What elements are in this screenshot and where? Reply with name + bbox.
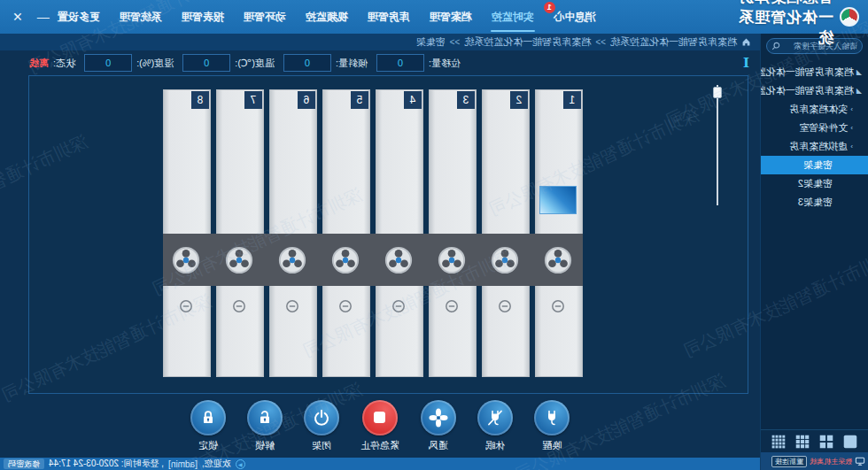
tree-item-sub-system[interactable]: ◢ 档案库房智能一体化监控系统 xyxy=(761,81,868,100)
control-label: 通风 xyxy=(429,439,448,452)
displacement-input[interactable] xyxy=(376,54,424,72)
status-field: 状态: 离线 xyxy=(29,57,75,70)
main-nav: 消息中心 1 实时监控 档案管理 库房管理 视频监控 动环管理 报表管理 系统管… xyxy=(50,1,604,34)
nav-env-management[interactable]: 动环管理 xyxy=(236,1,294,34)
device-tree: ◢ 档案库房智能一体化监控系统 ◢ 档案库房智能一体化监控系统 › 实体档案库房… xyxy=(761,63,868,212)
layout-3x3-icon[interactable] xyxy=(794,433,811,451)
tree-label: 档案库房智能一体化监控系统 xyxy=(761,65,854,79)
layout-single-icon[interactable] xyxy=(841,433,859,451)
bottom-status-bar: ▶ 欢迎您, [admin] , 登录时间: 2020-03-24 17:44 … xyxy=(0,458,760,470)
unlock-button[interactable]: 解锁 xyxy=(247,400,283,452)
breadcrumb-item[interactable]: 档案库房智能一体化监控系统 xyxy=(610,35,737,49)
app-title: 智慧档案库房一体化管理系统 xyxy=(737,0,833,48)
content-area: 档案库房智能一体化监控系统 >> 档案库房智能一体化监控系统 >> 密集架 I … xyxy=(0,34,760,470)
field-label: 温度(℃): xyxy=(235,57,275,70)
field-label: 湿度(%): xyxy=(136,57,174,70)
nav-report-management[interactable]: 报表管理 xyxy=(174,1,232,34)
close-button[interactable]: ✕ xyxy=(12,11,23,23)
tilt-field: 倾斜量: xyxy=(283,54,368,72)
window-controls: — ✕ xyxy=(7,11,50,23)
nav-label: 库房管理 xyxy=(368,11,410,23)
handwheel-icon[interactable] xyxy=(437,245,467,279)
top-bar: 智慧档案库房一体化管理系统 消息中心 1 实时监控 档案管理 库房管理 视频监控… xyxy=(0,0,868,34)
column-minus-icon[interactable] xyxy=(232,299,246,313)
wake-button[interactable]: 唤醒 xyxy=(534,400,570,452)
close-shelf-button[interactable]: 闭架 xyxy=(304,400,339,452)
handwheel-icon[interactable] xyxy=(490,245,520,279)
plug-slash-icon xyxy=(477,400,513,435)
slider-thumb[interactable] xyxy=(713,87,722,98)
temperature-input[interactable] xyxy=(182,54,230,72)
column-number: 4 xyxy=(404,91,422,109)
selected-cell-highlight[interactable] xyxy=(539,186,577,214)
power-icon xyxy=(304,400,339,435)
temperature-field: 温度(℃): xyxy=(182,54,275,72)
layout-2x2-icon[interactable] xyxy=(818,433,835,451)
nav-warehouse-management[interactable]: 库房管理 xyxy=(360,1,418,34)
column-number: 1 xyxy=(563,91,581,109)
breadcrumb-separator: >> xyxy=(450,37,461,47)
layout-4x4-icon[interactable] xyxy=(770,433,787,451)
tree-item-shelf-3[interactable]: 密集架3 xyxy=(761,193,868,212)
tree-item-physical-archive[interactable]: › 实体档案库房 xyxy=(761,100,868,119)
caret-collapsed-icon: › xyxy=(850,143,853,150)
handwheel-icon[interactable] xyxy=(277,245,307,279)
nav-system-management[interactable]: 系统管理 xyxy=(112,1,170,34)
nav-label: 实时监控 xyxy=(492,11,534,23)
displacement-field: 位移量: xyxy=(376,54,461,72)
handwheel-icon[interactable] xyxy=(224,245,254,279)
nav-label: 系统管理 xyxy=(120,11,162,23)
sleep-button[interactable]: 休眠 xyxy=(477,400,513,452)
change-password-button[interactable]: 修改密码 xyxy=(4,458,44,469)
nav-archive-management[interactable]: 档案管理 xyxy=(422,1,480,34)
column-minus-icon[interactable] xyxy=(285,299,299,313)
lock-button[interactable]: 锁定 xyxy=(190,400,226,452)
column-minus-icon[interactable] xyxy=(391,299,406,313)
nav-message-center[interactable]: 消息中心 1 xyxy=(546,1,604,34)
tree-item-virtual-archive[interactable]: › 虚拟档案库房 xyxy=(761,137,868,156)
tree-item-shelf-1[interactable]: 密集架 xyxy=(761,156,868,174)
session-play-icon[interactable]: ▶ xyxy=(236,459,245,469)
tree-item-root-system[interactable]: ◢ 档案库房智能一体化监控系统 xyxy=(761,63,868,81)
pane-collapse-handle[interactable]: I xyxy=(743,55,749,71)
vertical-slider xyxy=(713,85,722,205)
tilt-input[interactable] xyxy=(283,54,331,72)
emergency-stop-button[interactable]: 紧急停止 xyxy=(360,400,399,452)
breadcrumb-separator: >> xyxy=(595,37,606,47)
nav-video-monitor[interactable]: 视频监控 xyxy=(298,1,356,34)
column-minus-icon[interactable] xyxy=(179,299,193,313)
nav-realtime-monitor[interactable]: 实时监控 xyxy=(484,1,542,34)
welcome-text: 欢迎您, xyxy=(202,458,231,470)
column-number: 6 xyxy=(298,91,315,109)
column-minus-icon[interactable] xyxy=(338,299,353,313)
username-link[interactable]: [admin] xyxy=(168,459,198,469)
ventilate-button[interactable]: 通风 xyxy=(421,400,456,452)
reconnect-button[interactable]: 重新连接 xyxy=(771,456,807,467)
control-label: 解锁 xyxy=(255,439,275,452)
handwheel-icon[interactable] xyxy=(330,245,360,279)
handwheel-icon[interactable] xyxy=(171,245,201,279)
tree-label: 文件保管室 xyxy=(799,121,848,135)
app-window: 智慧档案库房一体化管理系统 消息中心 1 实时监控 档案管理 库房管理 视频监控… xyxy=(0,0,868,470)
breadcrumb: 档案库房智能一体化监控系统 >> 档案库房智能一体化监控系统 >> 密集架 xyxy=(0,34,760,50)
column-minus-icon[interactable] xyxy=(498,299,512,313)
minimize-button[interactable]: — xyxy=(37,11,50,23)
nav-label: 更多设置 xyxy=(58,11,100,23)
slider-track[interactable] xyxy=(717,85,718,205)
caret-expanded-icon: ◢ xyxy=(856,87,862,95)
column-minus-icon[interactable] xyxy=(445,299,459,313)
nav-more-settings[interactable]: 更多设置 xyxy=(50,1,108,34)
control-label: 唤醒 xyxy=(542,439,562,452)
handwheel-icon[interactable] xyxy=(543,245,573,279)
humidity-input[interactable] xyxy=(84,54,132,72)
breadcrumb-item[interactable]: 档案库房智能一体化监控系统 xyxy=(464,35,591,49)
caret-collapsed-icon: › xyxy=(850,124,853,132)
tree-item-file-room[interactable]: › 文件保管室 xyxy=(761,119,868,137)
handwheel-icon[interactable] xyxy=(384,245,414,279)
plug-icon xyxy=(534,400,570,435)
control-label: 闭架 xyxy=(312,439,331,452)
tree-label: 实体档案库房 xyxy=(789,103,848,116)
tree-item-shelf-2[interactable]: 密集架2 xyxy=(761,174,868,193)
column-minus-icon[interactable] xyxy=(551,299,565,313)
tree-label: 虚拟档案库房 xyxy=(789,140,848,153)
